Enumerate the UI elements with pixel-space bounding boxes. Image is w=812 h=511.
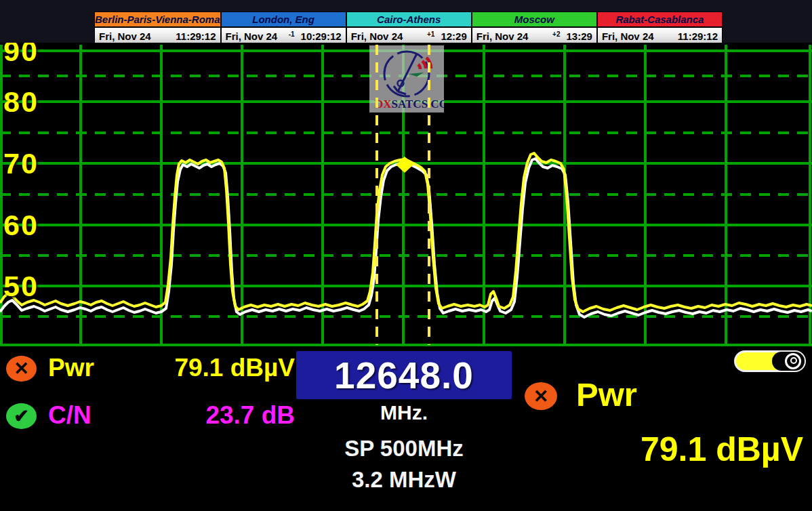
toggle-knob-icon: [772, 352, 805, 371]
clock-city-label: Cairo-Athens: [347, 12, 471, 28]
frequency-value: 12648.0: [334, 354, 474, 397]
marker-overlay: [0, 43, 812, 347]
pwr-big-x-icon: ✕: [525, 382, 557, 410]
spectrum-display: DXSATCS.COM 90 80 70 60 50: [0, 43, 812, 347]
power-toggle[interactable]: [734, 350, 806, 372]
satellite-meter-screen: Berlin-Paris-Vienna-Roma Fri, Nov 24 11:…: [0, 0, 812, 511]
span-readout: SP 500MHz: [269, 436, 539, 462]
tz-offset: +1: [427, 30, 434, 38]
pwr-big-value: 79.1 dBµV: [515, 430, 803, 469]
clock-cairo: Cairo-Athens Fri, Nov 24 +1 12:29: [347, 12, 472, 45]
y-axis-tick-80: 80: [3, 84, 58, 119]
clock-city-label: Rabat-Casablanca: [598, 12, 722, 28]
clock-moscow: Moscow Fri, Nov 24 +2 13:29: [472, 12, 598, 45]
y-axis-tick-60: 60: [3, 207, 58, 243]
world-clocks: Berlin-Paris-Vienna-Roma Fri, Nov 24 11:…: [94, 12, 723, 45]
cn-label: C/N: [48, 401, 92, 430]
y-axis-tick-90: 90: [3, 43, 58, 68]
tz-offset: -1: [289, 30, 295, 38]
top-bar: Berlin-Paris-Vienna-Roma Fri, Nov 24 11:…: [0, 0, 812, 43]
bottom-panel: ✕ Pwr 79.1 dBµV ✔ C/N 23.7 dB 12648.0 MH…: [0, 347, 812, 511]
y-axis-tick-50: 50: [3, 268, 58, 304]
clock-city-label: London, Eng: [222, 12, 346, 28]
tz-offset: +2: [552, 30, 560, 38]
bandwidth-readout: 3.2 MHzW: [269, 467, 539, 493]
pwr-status-x-icon: ✕: [6, 356, 37, 382]
cn-value: 23.7 dB: [122, 401, 295, 430]
clock-city-label: Moscow: [472, 12, 596, 28]
frequency-input[interactable]: 12648.0: [296, 351, 512, 399]
clock-london: London, Eng Fri, Nov 24 -1 10:29:12: [222, 12, 347, 45]
frequency-unit: MHz.: [296, 401, 512, 424]
clock-berlin: Berlin-Paris-Vienna-Roma Fri, Nov 24 11:…: [95, 12, 222, 45]
y-axis-tick-70: 70: [3, 146, 58, 181]
peak-marker-diamond: [396, 157, 413, 173]
cn-status-check-icon: ✔: [6, 403, 37, 429]
clock-rabat: Rabat-Casablanca Fri, Nov 24 11:29:12: [598, 12, 722, 45]
pwr-label: Pwr: [48, 354, 94, 382]
pwr-value: 79.1 dBµV: [122, 354, 295, 382]
clock-city-label: Berlin-Paris-Vienna-Roma: [95, 12, 220, 28]
pwr-big-label: Pwr: [576, 375, 637, 413]
